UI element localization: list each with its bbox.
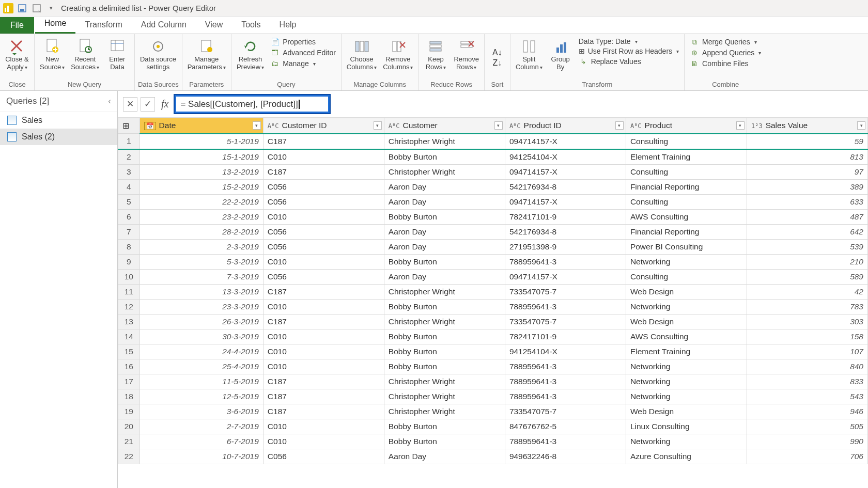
cell-product[interactable]: Networking (626, 254, 747, 269)
cell-customer[interactable]: Christopher Wright (384, 164, 505, 179)
table-row[interactable]: 522-2-2019C056Aaron Day094714157-XConsul… (118, 194, 868, 209)
save-as-icon[interactable] (32, 4, 41, 13)
row-number[interactable]: 8 (118, 239, 140, 254)
cell-customer[interactable]: Christopher Wright (384, 404, 505, 419)
row-number[interactable]: 13 (118, 314, 140, 329)
cell-product[interactable]: Linux Consulting (626, 419, 747, 434)
cell-sales-value[interactable]: 505 (747, 419, 867, 434)
cell-date[interactable]: 11-5-2019 (140, 374, 263, 389)
refresh-preview-button[interactable]: Refresh Preview (235, 36, 266, 72)
cell-sales-value[interactable]: 158 (747, 329, 867, 344)
row-number[interactable]: 21 (118, 434, 140, 449)
cell-product[interactable]: Networking (626, 359, 747, 374)
cell-customer[interactable]: Bobby Burton (384, 329, 505, 344)
cell-customer-id[interactable]: C010 (263, 344, 384, 359)
group-by-button[interactable]: Group By (547, 36, 575, 72)
row-number[interactable]: 18 (118, 389, 140, 404)
cell-product-id[interactable]: 788959641-3 (505, 299, 626, 314)
filter-icon[interactable]: ▾ (615, 121, 624, 130)
cell-product-id[interactable]: 782417101-9 (505, 329, 626, 344)
cell-product[interactable]: Power BI Consulting (626, 239, 747, 254)
cell-date[interactable]: 5-3-2019 (140, 254, 263, 269)
cell-product-id[interactable]: 782417101-9 (505, 209, 626, 224)
row-number[interactable]: 20 (118, 419, 140, 434)
cell-sales-value[interactable]: 210 (747, 254, 867, 269)
cell-product-id[interactable]: 542176934-8 (505, 179, 626, 194)
cell-date[interactable]: 13-3-2019 (140, 284, 263, 299)
cell-customer-id[interactable]: C010 (263, 149, 384, 165)
tab-transform[interactable]: Transform (75, 16, 131, 34)
cell-sales-value[interactable]: 589 (747, 269, 867, 284)
cell-customer[interactable]: Aaron Day (384, 269, 505, 284)
row-number[interactable]: 1 (118, 134, 140, 149)
cell-customer-id[interactable]: C010 (263, 209, 384, 224)
properties-button[interactable]: 📄Properties (270, 37, 336, 46)
row-number[interactable]: 4 (118, 179, 140, 194)
row-number[interactable]: 14 (118, 329, 140, 344)
cell-sales-value[interactable]: 487 (747, 209, 867, 224)
cell-product[interactable]: Networking (626, 374, 747, 389)
cell-customer-id[interactable]: C056 (263, 269, 384, 284)
cell-customer[interactable]: Christopher Wright (384, 284, 505, 299)
cell-product-id[interactable]: 094714157-X (505, 269, 626, 284)
cell-customer[interactable]: Christopher Wright (384, 314, 505, 329)
cell-product-id[interactable]: 788959641-3 (505, 359, 626, 374)
cell-sales-value[interactable]: 946 (747, 404, 867, 419)
qat-more-icon[interactable]: ▾ (47, 4, 56, 13)
cell-customer-id[interactable]: C056 (263, 449, 384, 464)
table-row[interactable]: 193-6-2019C187Christopher Wright73354707… (118, 404, 868, 419)
cell-date[interactable]: 2-3-2019 (140, 239, 263, 254)
cell-sales-value[interactable]: 59 (747, 134, 867, 149)
cell-date[interactable]: 23-2-2019 (140, 209, 263, 224)
cell-sales-value[interactable]: 539 (747, 239, 867, 254)
cell-date[interactable]: 23-3-2019 (140, 299, 263, 314)
table-row[interactable]: 202-7-2019C010Bobby Burton847676762-5Lin… (118, 419, 868, 434)
filter-icon[interactable]: ▾ (857, 121, 865, 130)
cell-customer-id[interactable]: C187 (263, 284, 384, 299)
cell-date[interactable]: 7-3-2019 (140, 269, 263, 284)
cell-product[interactable]: Web Design (626, 284, 747, 299)
cell-product-id[interactable]: 788959641-3 (505, 389, 626, 404)
cell-date[interactable]: 2-7-2019 (140, 419, 263, 434)
combine-files-button[interactable]: 🗎Combine Files (690, 59, 761, 68)
table-row[interactable]: 1524-4-2019C010Bobby Burton941254104-XEl… (118, 344, 868, 359)
row-number[interactable]: 15 (118, 344, 140, 359)
save-icon[interactable] (18, 4, 27, 13)
cell-date[interactable]: 30-3-2019 (140, 329, 263, 344)
cell-customer-id[interactable]: C056 (263, 179, 384, 194)
cell-customer[interactable]: Bobby Burton (384, 254, 505, 269)
cell-sales-value[interactable]: 97 (747, 164, 867, 179)
cell-customer-id[interactable]: C010 (263, 359, 384, 374)
filter-icon[interactable]: ▾ (736, 121, 745, 130)
cell-product[interactable]: Networking (626, 389, 747, 404)
cell-product-id[interactable]: 733547075-7 (505, 404, 626, 419)
row-number[interactable]: 7 (118, 224, 140, 239)
cell-customer-id[interactable]: C187 (263, 164, 384, 179)
cell-customer-id[interactable]: C187 (263, 404, 384, 419)
cell-customer[interactable]: Aaron Day (384, 194, 505, 209)
cell-customer[interactable]: Aaron Day (384, 449, 505, 464)
cell-product-id[interactable]: 941254104-X (505, 344, 626, 359)
column-header[interactable]: AᴮCCustomer▾ (384, 118, 505, 134)
row-number[interactable]: 11 (118, 284, 140, 299)
cell-customer[interactable]: Bobby Burton (384, 419, 505, 434)
query-item[interactable]: Sales (0, 112, 117, 129)
cell-customer-id[interactable]: C056 (263, 239, 384, 254)
cell-sales-value[interactable]: 642 (747, 224, 867, 239)
first-row-headers-button[interactable]: ⊞Use First Row as Headers (579, 47, 679, 55)
cancel-formula-button[interactable]: ✕ (123, 97, 137, 112)
cell-customer[interactable]: Christopher Wright (384, 134, 505, 149)
cell-sales-value[interactable]: 389 (747, 179, 867, 194)
manage-parameters-button[interactable]: Manage Parameters (185, 36, 228, 72)
cell-product-id[interactable]: 094714157-X (505, 134, 626, 149)
table-row[interactable]: 728-2-2019C056Aaron Day542176934-8Financ… (118, 224, 868, 239)
tab-file[interactable]: File (0, 17, 34, 34)
table-row[interactable]: 1430-3-2019C010Bobby Burton782417101-9AW… (118, 329, 868, 344)
table-row[interactable]: 1326-3-2019C187Christopher Wright7335470… (118, 314, 868, 329)
cell-customer-id[interactable]: C056 (263, 224, 384, 239)
cell-product-id[interactable]: 847676762-5 (505, 419, 626, 434)
cell-customer[interactable]: Christopher Wright (384, 374, 505, 389)
cell-sales-value[interactable]: 833 (747, 374, 867, 389)
cell-customer-id[interactable]: C056 (263, 194, 384, 209)
cell-customer-id[interactable]: C010 (263, 419, 384, 434)
